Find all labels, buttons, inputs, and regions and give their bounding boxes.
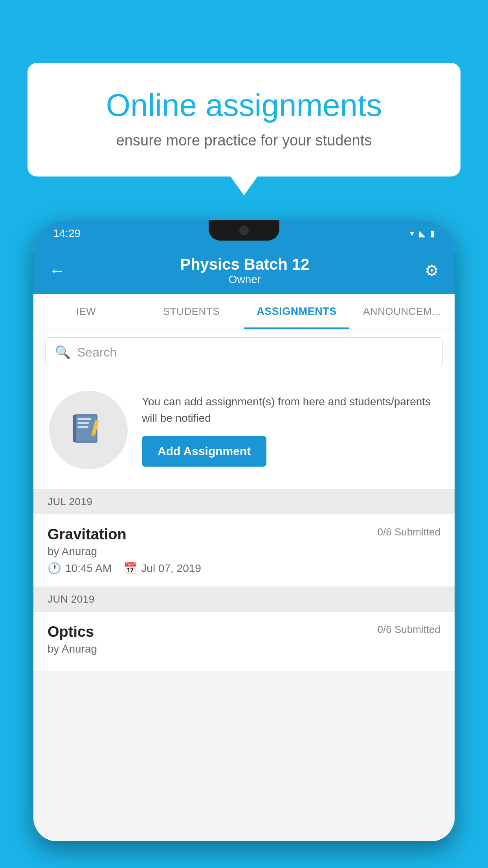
assignment-date-gravitation: Jul 07, 2019 <box>141 562 201 575</box>
svg-rect-3 <box>77 422 89 424</box>
tab-students-label: STUDENTS <box>163 305 220 318</box>
tab-bar: IEW STUDENTS ASSIGNMENTS ANNOUNCEM... <box>33 294 455 329</box>
assignment-book-icon <box>69 410 108 450</box>
app-header: ← Physics Batch 12 Owner ⚙ <box>33 247 455 294</box>
phone-notch <box>209 220 279 241</box>
assignment-date-detail: 📅 Jul 07, 2019 <box>123 562 201 575</box>
tab-students[interactable]: STUDENTS <box>139 294 244 329</box>
phone-mockup: 14:29 ▾ ◣ ▮ ← Physics Batch 12 Owner ⚙ <box>33 220 455 841</box>
header-title-group: Physics Batch 12 Owner <box>180 256 309 286</box>
section-header-jul: JUL 2019 <box>33 489 455 514</box>
settings-icon[interactable]: ⚙ <box>425 261 439 280</box>
promo-card: You can add assignment(s) from here and … <box>33 375 455 489</box>
tab-announcements[interactable]: ANNOUNCEM... <box>349 294 455 329</box>
speech-bubble-container: Online assignments ensure more practice … <box>28 63 460 177</box>
search-bar[interactable]: 🔍 Search <box>45 337 443 367</box>
section-header-jul-label: JUL 2019 <box>48 496 92 508</box>
tab-iew[interactable]: IEW <box>33 294 139 329</box>
assignment-optics[interactable]: Optics 0/6 Submitted by Anurag <box>33 612 455 671</box>
promo-content: You can add assignment(s) from here and … <box>142 394 439 467</box>
section-header-jun: JUN 2019 <box>33 587 455 612</box>
speech-bubble-subtitle: ensure more practice for your students <box>55 132 433 149</box>
assignment-icon-circle <box>49 391 128 469</box>
phone-camera <box>239 226 249 235</box>
search-icon: 🔍 <box>55 345 71 360</box>
clock-icon: 🕐 <box>48 562 61 575</box>
search-bar-container: 🔍 Search <box>33 329 455 375</box>
svg-rect-5 <box>73 415 76 442</box>
speech-bubble: Online assignments ensure more practice … <box>28 63 460 177</box>
assignment-details-gravitation: 🕐 10:45 AM 📅 Jul 07, 2019 <box>48 562 440 575</box>
status-time: 14:29 <box>53 227 81 240</box>
back-button[interactable]: ← <box>49 262 65 280</box>
phone-container: 14:29 ▾ ◣ ▮ ← Physics Batch 12 Owner ⚙ <box>33 220 455 868</box>
tab-assignments-label: ASSIGNMENTS <box>257 305 337 318</box>
battery-icon: ▮ <box>430 228 435 239</box>
assignment-optics-top: Optics 0/6 Submitted <box>48 623 440 640</box>
header-subtitle: Owner <box>180 273 309 286</box>
speech-bubble-title: Online assignments <box>55 86 433 124</box>
assignment-author-optics: by Anurag <box>48 643 440 655</box>
svg-rect-2 <box>77 418 91 420</box>
assignment-title-optics: Optics <box>48 623 94 640</box>
search-input[interactable]: Search <box>77 345 117 360</box>
assignment-author-gravitation: by Anurag <box>48 545 440 558</box>
assignment-submitted-gravitation: 0/6 Submitted <box>378 526 440 538</box>
promo-description: You can add assignment(s) from here and … <box>142 394 439 427</box>
status-icons: ▾ ◣ ▮ <box>410 228 435 239</box>
assignment-gravitation[interactable]: Gravitation 0/6 Submitted by Anurag 🕐 10… <box>33 514 455 587</box>
svg-rect-4 <box>77 426 88 428</box>
tab-announcements-label: ANNOUNCEM... <box>363 305 441 318</box>
tab-assignments[interactable]: ASSIGNMENTS <box>244 294 349 329</box>
section-header-jun-label: JUN 2019 <box>48 593 95 605</box>
assignment-title-gravitation: Gravitation <box>48 526 127 543</box>
screen-content: 🔍 Search <box>33 329 455 841</box>
assignment-time-gravitation: 10:45 AM <box>65 562 112 575</box>
wifi-icon: ▾ <box>410 228 414 239</box>
calendar-icon: 📅 <box>123 562 137 575</box>
phone-screen: 14:29 ▾ ◣ ▮ ← Physics Batch 12 Owner ⚙ <box>33 220 455 841</box>
tab-iew-label: IEW <box>76 305 96 318</box>
assignment-time-detail: 🕐 10:45 AM <box>48 562 112 575</box>
header-title: Physics Batch 12 <box>180 256 309 273</box>
add-assignment-button[interactable]: Add Assignment <box>142 436 266 467</box>
signal-icon: ◣ <box>419 228 426 239</box>
assignment-top: Gravitation 0/6 Submitted <box>48 526 440 543</box>
assignment-submitted-optics: 0/6 Submitted <box>378 623 440 636</box>
